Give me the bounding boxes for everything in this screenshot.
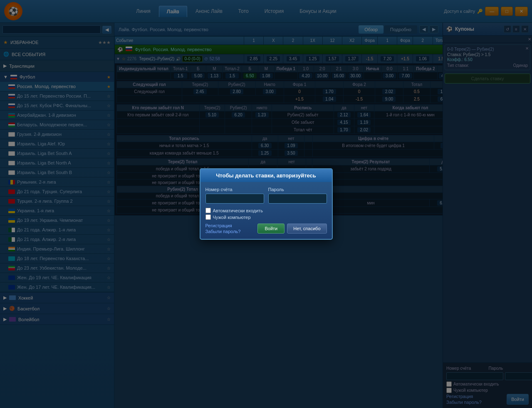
- modal-fields: Номер счёта Пароль: [205, 187, 327, 204]
- modal-login-btn[interactable]: Войти: [257, 224, 285, 233]
- auth-modal: Чтобы делать ставки, авторизуйтесь Номер…: [200, 168, 333, 240]
- modal-title: Чтобы делать ставки, авторизуйтесь: [200, 169, 332, 182]
- modal-body: Номер счёта Пароль Автоматически входить…: [200, 182, 332, 239]
- modal-alien-pc-row: Чужой компьютер: [205, 214, 327, 220]
- modal-overlay[interactable]: Чтобы делать ставки, авторизуйтесь Номер…: [0, 0, 532, 408]
- modal-password-input[interactable]: [268, 194, 327, 204]
- modal-account-label: Номер счёта: [205, 187, 264, 192]
- modal-auto-login-row: Автоматически входить: [205, 208, 327, 213]
- modal-actions: Регистрация Забыли пароль? Войти Нет, сп…: [205, 223, 327, 234]
- modal-account-input[interactable]: [205, 194, 264, 204]
- modal-password-label: Пароль: [268, 187, 327, 192]
- modal-auto-login-label: Автоматически входить: [213, 208, 263, 213]
- modal-password-field: Пароль: [268, 187, 327, 204]
- modal-checkboxes: Автоматически входить Чужой компьютер: [205, 208, 327, 220]
- modal-auto-login-cb[interactable]: [205, 208, 211, 213]
- modal-forgot-link[interactable]: Забыли пароль?: [205, 229, 241, 234]
- modal-alien-pc-cb[interactable]: [205, 214, 211, 220]
- modal-alien-pc-label: Чужой компьютер: [213, 215, 251, 220]
- modal-links: Регистрация Забыли пароль?: [205, 223, 241, 234]
- modal-register-link[interactable]: Регистрация: [205, 223, 241, 228]
- modal-cancel-btn[interactable]: Нет, спасибо: [287, 224, 327, 233]
- modal-account-field: Номер счёта: [205, 187, 264, 204]
- modal-buttons: Войти Нет, спасибо: [257, 224, 327, 233]
